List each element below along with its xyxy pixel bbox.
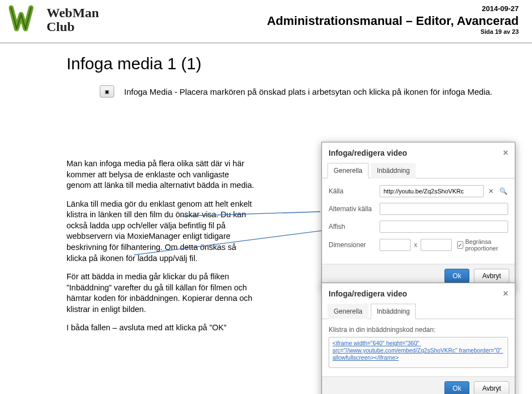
header-title: Administrationsmanual – Editor, Avancera… xyxy=(267,14,519,28)
instructions-column: Man kan infoga media på flera olika sätt… xyxy=(66,158,255,341)
height-input[interactable] xyxy=(421,239,452,251)
paragraph-4: I båda fallen – avsluta med att klicka p… xyxy=(66,323,255,334)
alt-source-input[interactable] xyxy=(380,203,508,215)
insert-media-icon[interactable]: ▣ xyxy=(100,85,114,98)
ok-button[interactable]: Ok xyxy=(444,269,469,283)
poster-input[interactable] xyxy=(380,221,508,233)
browse-icon[interactable]: 🔍 xyxy=(498,186,508,196)
dialog-insert-video-embed: Infoga/redigera video × Generella Inbädd… xyxy=(321,283,515,394)
dimension-separator: x xyxy=(414,241,417,249)
page-title: Infoga media 1 (1) xyxy=(66,54,515,73)
constrain-checkbox[interactable]: ✓ Begränsa proportioner xyxy=(457,238,508,252)
intro-row: ▣ Infoga Media - Placera markören på öns… xyxy=(100,85,515,98)
paragraph-2: Länka till media gör du enklast genom at… xyxy=(66,199,255,264)
tab-general[interactable]: Generella xyxy=(328,304,369,319)
dialog2-title: Infoga/redigera video xyxy=(329,289,407,298)
logo-line1: WebMan xyxy=(47,6,99,20)
header-date: 2014-09-27 xyxy=(267,4,519,13)
logo-line2: Club xyxy=(47,20,99,34)
paragraph-3: För att bädda in media går klickar du på… xyxy=(66,272,255,315)
logo: WebMan Club xyxy=(9,4,99,35)
header-page: Sida 19 av 23 xyxy=(267,28,519,35)
source-input[interactable] xyxy=(380,185,484,197)
dialog1-title: Infoga/redigera video xyxy=(329,149,407,157)
logo-text: WebMan Club xyxy=(47,6,99,34)
cancel-button[interactable]: Avbryt xyxy=(474,269,509,283)
intro-text: Infoga Media - Placera markören på önska… xyxy=(124,87,493,96)
label-alt-source: Alternativ källa xyxy=(329,205,380,213)
constrain-label: Begränsa proportioner xyxy=(466,238,509,252)
paragraph-1: Man kan infoga media på flera olika sätt… xyxy=(66,158,255,191)
clear-icon[interactable]: ✕ xyxy=(486,186,496,196)
cancel-button[interactable]: Avbryt xyxy=(474,381,509,394)
document-header: WebMan Club 2014-09-27 Administrationsma… xyxy=(0,0,532,43)
label-source: Källa xyxy=(329,187,380,195)
tab-embed[interactable]: Inbäddning xyxy=(371,304,416,319)
embed-label: Klistra in din inbäddningskod nedan: xyxy=(329,326,508,334)
dialog-insert-video-general: Infoga/redigera video × Generella Inbädd… xyxy=(321,142,515,288)
width-input[interactable] xyxy=(380,239,411,251)
close-icon[interactable]: × xyxy=(503,148,508,158)
ok-button[interactable]: Ok xyxy=(444,381,469,394)
header-right: 2014-09-27 Administrationsmanual – Edito… xyxy=(267,4,519,35)
close-icon[interactable]: × xyxy=(503,289,508,299)
embed-textarea[interactable] xyxy=(329,337,508,368)
tab-general[interactable]: Generella xyxy=(328,163,369,178)
label-poster: Affish xyxy=(329,223,380,231)
label-dimensions: Dimensioner xyxy=(329,241,380,249)
tab-embed[interactable]: Inbäddning xyxy=(371,163,416,178)
logo-icon xyxy=(9,4,42,35)
